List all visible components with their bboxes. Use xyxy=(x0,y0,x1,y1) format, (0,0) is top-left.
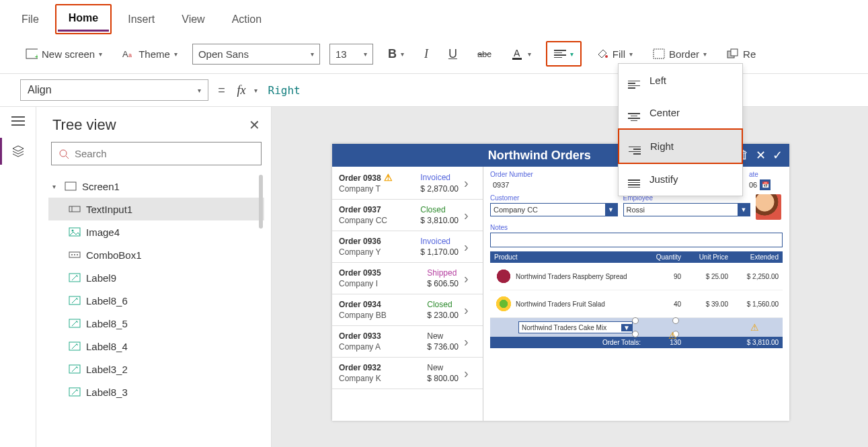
bold-button[interactable]: B▾ xyxy=(383,43,409,65)
property-select[interactable]: Align ▾ xyxy=(20,79,208,101)
notes-input[interactable] xyxy=(490,233,783,247)
order-detail: Order Number0937 Order StatusClosed ate0… xyxy=(483,167,789,421)
control-icon xyxy=(69,249,81,261)
tree-node-label: ComboBox1 xyxy=(86,249,142,261)
font-select[interactable]: Open Sans ▾ xyxy=(192,44,320,65)
search-input[interactable] xyxy=(75,148,254,159)
font-color-icon: A xyxy=(512,48,524,60)
order-list-item[interactable]: Order 0933New›Company A$ 736.00 xyxy=(332,326,483,358)
hamburger-icon[interactable] xyxy=(11,116,25,126)
chevron-right-icon: › xyxy=(464,175,476,191)
accept-icon[interactable]: ✓ xyxy=(773,148,783,163)
equals-sign: = xyxy=(214,83,229,97)
tree-view-rail-button[interactable] xyxy=(0,138,25,165)
svg-point-20 xyxy=(77,254,78,255)
align-option-left[interactable]: Left xyxy=(619,64,742,97)
svg-line-11 xyxy=(66,156,69,159)
svg-rect-5 xyxy=(512,58,522,60)
new-screen-icon: + xyxy=(26,48,38,60)
svg-text:A: A xyxy=(514,48,520,58)
tree-node[interactable]: Label8_4 xyxy=(48,335,264,358)
tree-node[interactable]: Image4 xyxy=(48,220,264,243)
tree-node-label: Label8_4 xyxy=(86,341,128,352)
close-icon[interactable]: ✕ xyxy=(249,117,260,133)
customer-label: Customer xyxy=(490,194,618,202)
align-option-right[interactable]: Right xyxy=(618,128,743,164)
order-list-item[interactable]: Order 0935Shipped›Company I$ 606.50 xyxy=(332,263,483,294)
svg-rect-7 xyxy=(654,49,664,58)
menu-action[interactable]: Action xyxy=(221,8,272,31)
tree-view-pane: Tree view ✕ ▾ Screen1 TextInput1Image4Co… xyxy=(36,107,272,447)
font-color-button[interactable]: A ▾ xyxy=(506,44,537,64)
order-list-item[interactable]: Order 0936Invoiced›Company Y$ 1,170.00 xyxy=(332,231,483,263)
product-row[interactable]: Northwind Traders Raspberry Spread90$ 25… xyxy=(490,263,783,290)
order-list-item[interactable]: Order 0938⚠Invoiced›Company T$ 2,870.00 xyxy=(332,167,483,200)
product-image xyxy=(494,267,513,286)
fill-button[interactable]: Fill ▾ xyxy=(591,44,638,64)
text-align-button[interactable]: ▾ xyxy=(549,44,579,64)
highlight-align: ▾ xyxy=(546,41,582,67)
italic-button[interactable]: I xyxy=(419,43,434,65)
svg-point-18 xyxy=(71,254,73,255)
align-dropdown-menu: LeftCenterRightJustify xyxy=(618,63,743,196)
canvas[interactable]: Northwind Orders ↶ + 🗑 ✕ ✓ Order 0938⚠In… xyxy=(272,107,868,447)
tree-node[interactable]: Label8_5 xyxy=(48,312,264,335)
warning-icon: ⚠ xyxy=(384,172,393,183)
border-label: Border xyxy=(669,48,699,60)
fx-icon[interactable]: fx xyxy=(235,83,249,97)
order-list-item[interactable]: Order 0937Closed›Company CC$ 3,810.00 xyxy=(332,200,483,231)
scrollbar-thumb[interactable] xyxy=(259,175,263,229)
menu-bar: File Home Insert View Action xyxy=(0,0,868,34)
tree-node-label: Image4 xyxy=(86,227,120,238)
menu-view[interactable]: View xyxy=(171,8,215,31)
reorder-button[interactable]: Re xyxy=(721,44,761,64)
tree-node[interactable]: Label3_2 xyxy=(48,358,264,380)
underline-button[interactable]: U xyxy=(443,43,463,65)
menu-home[interactable]: Home xyxy=(58,7,109,32)
tree-screen-node[interactable]: ▾ Screen1 xyxy=(48,175,264,198)
new-product-select[interactable]: Northwind Traders Cake Mix▼ xyxy=(518,321,633,333)
align-center-icon xyxy=(628,105,640,122)
employee-select[interactable]: Rossi▼ xyxy=(623,203,751,216)
chevron-down-icon: ▾ xyxy=(198,87,201,94)
strikethrough-button[interactable]: abc xyxy=(472,45,497,63)
order-list-item[interactable]: Order 0934Closed›Company BB$ 230.00 xyxy=(332,294,483,326)
chevron-down-icon: ▼ xyxy=(605,204,617,216)
align-option-center[interactable]: Center xyxy=(619,97,742,130)
paint-bucket-icon xyxy=(596,48,608,60)
tree-node-label: Label8_5 xyxy=(86,318,128,329)
tree-node[interactable]: ComboBox1 xyxy=(48,243,264,266)
new-screen-label: New screen xyxy=(42,48,95,60)
order-number-label: Order Number xyxy=(490,171,615,178)
chevron-down-icon[interactable]: ▾ xyxy=(254,87,258,94)
control-icon xyxy=(69,340,81,352)
customer-select[interactable]: Company CC▼ xyxy=(490,203,618,216)
border-button[interactable]: Border ▾ xyxy=(647,44,712,64)
cancel-icon[interactable]: ✕ xyxy=(756,148,766,163)
align-option-justify[interactable]: Justify xyxy=(619,163,742,196)
tree-node[interactable]: Label9 xyxy=(48,266,264,289)
align-justify-icon xyxy=(628,171,640,188)
tree-node[interactable]: Label8_6 xyxy=(48,289,264,312)
formula-input[interactable]: Right xyxy=(263,80,857,101)
chevron-down-icon: ▾ xyxy=(703,50,707,58)
tree-search[interactable] xyxy=(51,142,262,165)
warning-icon: ⚠ xyxy=(668,330,677,341)
new-screen-button[interactable]: + New screen ▾ xyxy=(20,44,108,64)
menu-insert[interactable]: Insert xyxy=(117,8,165,31)
calendar-icon[interactable]: 📅 xyxy=(760,179,771,190)
tree-node[interactable]: Label8_3 xyxy=(48,380,264,403)
product-row[interactable]: Northwind Traders Fruit Salad40$ 39.00$ … xyxy=(490,290,783,318)
control-icon xyxy=(69,203,81,215)
font-size-select[interactable]: 13 ▾ xyxy=(329,44,373,65)
menu-file[interactable]: File xyxy=(11,8,50,31)
align-left-icon xyxy=(628,72,640,89)
order-list[interactable]: Order 0938⚠Invoiced›Company T$ 2,870.00O… xyxy=(332,167,483,421)
product-image xyxy=(494,294,513,313)
control-icon xyxy=(69,272,81,284)
svg-point-16 xyxy=(72,230,74,232)
order-list-item[interactable]: Order 0932New›Company K$ 800.00 xyxy=(332,358,483,389)
svg-rect-13 xyxy=(69,206,80,212)
theme-button[interactable]: Aa Theme ▾ xyxy=(117,44,183,64)
tree-node[interactable]: TextInput1 xyxy=(48,198,264,220)
